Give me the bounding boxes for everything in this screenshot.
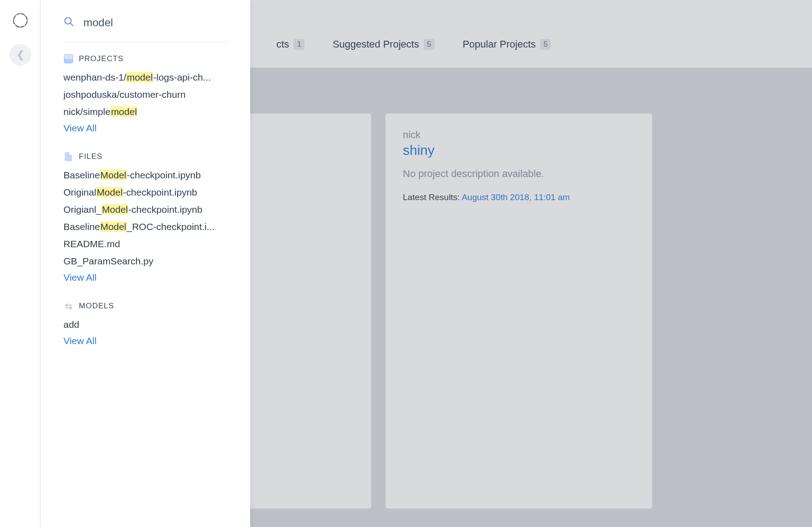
results-section-models: ⇆ MODELS add View All xyxy=(63,301,228,346)
results-section-projects: PROJECTS wenphan-ds-1/model-logs-api-ch.… xyxy=(63,54,228,134)
result-item[interactable]: README.md xyxy=(63,239,228,249)
tab-partial[interactable]: cts 1 xyxy=(276,38,304,50)
section-label: MODELS xyxy=(79,302,114,311)
files-result-list: BaselineModel-checkpoint.ipynbOriginalMo… xyxy=(63,170,228,267)
search-input[interactable] xyxy=(83,16,228,29)
projects-icon xyxy=(63,54,73,64)
section-label: PROJECTS xyxy=(79,54,124,63)
brand-logo-icon[interactable] xyxy=(11,11,29,31)
chevron-left-icon: ❮ xyxy=(16,49,24,61)
models-result-list: add xyxy=(63,319,228,330)
result-item[interactable]: GB_ParamSearch.py xyxy=(63,256,228,267)
search-icon xyxy=(63,16,74,29)
models-icon: ⇆ xyxy=(63,301,73,311)
result-item[interactable]: joshpoduska/customer-churn xyxy=(63,89,228,100)
project-card[interactable]: nick shiny No project description availa… xyxy=(385,113,652,509)
tab-label: Popular Projects xyxy=(463,38,536,50)
result-item[interactable]: wenphan-ds-1/model-logs-api-ch... xyxy=(63,72,228,83)
tab-label: Suggested Projects xyxy=(333,38,419,50)
project-owner: nick xyxy=(403,129,635,141)
result-item[interactable]: add xyxy=(63,319,228,330)
files-icon xyxy=(63,152,73,162)
search-row xyxy=(63,16,228,42)
latest-results-label: Latest Results: xyxy=(403,192,462,202)
project-title: shiny xyxy=(403,143,635,158)
view-all-projects[interactable]: View All xyxy=(63,123,228,134)
view-all-files[interactable]: View All xyxy=(63,272,228,283)
tab-popular-projects[interactable]: Popular Projects 5 xyxy=(463,38,551,50)
result-item[interactable]: nick/simplemodel xyxy=(63,106,228,117)
tab-label: cts xyxy=(276,38,289,50)
result-item[interactable]: BaselineModel-checkpoint.ipynb xyxy=(63,170,228,181)
latest-results: Latest Results: August 30th 2018, 11:01 … xyxy=(403,192,635,202)
back-button[interactable]: ❮ xyxy=(10,44,31,66)
latest-results-timestamp: August 30th 2018, 11:01 am xyxy=(462,192,570,202)
tab-count-badge: 5 xyxy=(424,39,435,50)
section-label: FILES xyxy=(79,152,102,161)
tab-count-badge: 5 xyxy=(540,39,551,50)
left-rail: ❮ xyxy=(0,0,41,527)
svg-line-1 xyxy=(70,23,73,26)
search-panel: PROJECTS wenphan-ds-1/model-logs-api-ch.… xyxy=(41,0,250,527)
tab-count-badge: 1 xyxy=(294,39,304,50)
result-item[interactable]: Origianl_Model-checkpoint.ipynb xyxy=(63,204,228,215)
results-section-files: FILES BaselineModel-checkpoint.ipynbOrig… xyxy=(63,152,228,283)
view-all-models[interactable]: View All xyxy=(63,335,228,346)
result-item[interactable]: OriginalModel-checkpoint.ipynb xyxy=(63,187,228,198)
project-description: No project description available. xyxy=(403,168,635,180)
result-item[interactable]: BaselineModel_ROC-checkpoint.i... xyxy=(63,221,228,232)
tab-suggested-projects[interactable]: Suggested Projects 5 xyxy=(333,38,435,50)
projects-result-list: wenphan-ds-1/model-logs-api-ch...joshpod… xyxy=(63,72,228,117)
